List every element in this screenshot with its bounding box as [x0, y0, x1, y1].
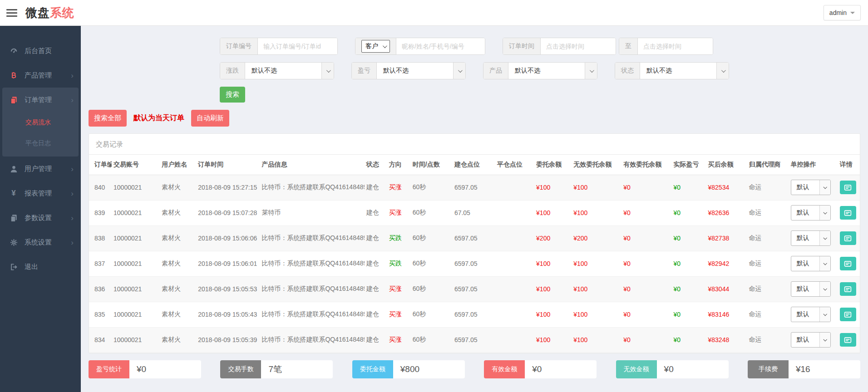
row-control-value: 默认 [791, 333, 819, 347]
cell-text-product: 比特币：系统搭建联系QQ416148489 [261, 336, 364, 343]
chevron-down-icon[interactable] [716, 63, 729, 79]
table-row: 83810000021素材火2018-08-09 15:06:06比特币：系统搭… [89, 225, 860, 251]
sidebar-subitem-2-1[interactable]: 平仓日志 [2, 133, 79, 154]
chevron-down-icon[interactable] [819, 307, 830, 322]
cell-text-balance: ¥83044 [708, 285, 730, 293]
cell-text-agent: 命运 [749, 285, 762, 292]
summary-group-3: 有效金额¥0 [484, 360, 597, 378]
sidebar-item-2[interactable]: 订单管理› [2, 88, 79, 112]
cell-text-agent: 命运 [749, 209, 762, 216]
sidebar-item-5[interactable]: 参数设置› [0, 206, 81, 230]
sidebar-item-4[interactable]: ¥报表管理› [0, 181, 81, 206]
filter-select-value: 默认不选 [640, 63, 716, 79]
cell-text-order_no: 837 [94, 260, 105, 267]
summary-group-5: 手续费¥16 [748, 360, 860, 378]
action-bar: 搜索全部 默认为当天订单 自动刷新 [89, 110, 868, 127]
row-control-select[interactable]: 默认 [791, 281, 831, 297]
cell-account: 10000021 [112, 251, 160, 276]
cell-profit: ¥0 [671, 251, 706, 276]
cell-text-invalid_entrust: ¥100 [573, 336, 587, 343]
chevron-down-icon[interactable] [819, 256, 830, 271]
cell-duration: 60秒 [411, 175, 453, 200]
detail-button[interactable] [840, 282, 856, 296]
summary-group-4: 无效金额¥0 [616, 360, 729, 378]
user-menu[interactable]: admin [824, 5, 861, 20]
search-all-button[interactable]: 搜索全部 [89, 110, 127, 127]
row-control-value: 默认 [791, 180, 819, 195]
detail-icon [844, 209, 852, 217]
cell-direction: 买涨 [387, 327, 411, 353]
order-time-to-input[interactable] [638, 38, 713, 54]
brand-logo: 微盘系统 [25, 5, 74, 21]
filter-select-0[interactable]: 涨跌默认不选 [220, 62, 334, 79]
auto-refresh-button[interactable]: 自动刷新 [191, 110, 229, 127]
row-control-value: 默认 [791, 282, 819, 296]
sidebar-item-3[interactable]: 用户管理› [0, 157, 81, 181]
sidebar-item-6[interactable]: 系统设置› [0, 230, 81, 255]
chevron-down-icon[interactable] [453, 63, 465, 79]
detail-button[interactable] [840, 231, 856, 245]
order-time-from-input[interactable] [541, 38, 616, 54]
cell-text-time: 2018-08-09 15:05:53 [198, 285, 257, 293]
filter-select-label: 涨跌 [220, 63, 245, 79]
detail-icon [844, 311, 852, 318]
cell-product: 比特币：系统搭建联系QQ416148489 [260, 302, 364, 327]
cell-agent: 命运 [747, 251, 789, 276]
chevron-down-icon[interactable] [819, 231, 830, 245]
chevron-down-icon[interactable] [819, 333, 830, 347]
cell-detail [838, 276, 860, 302]
order-time-from-group: 订单时间 [503, 38, 616, 55]
row-control-select[interactable]: 默认 [791, 307, 831, 322]
cell-username: 素材火 [160, 327, 196, 353]
detail-button[interactable] [840, 257, 856, 270]
cell-open_point: 6597.05 [453, 327, 495, 353]
filter-select-1[interactable]: 盈亏默认不选 [351, 62, 466, 79]
cell-text-profit: ¥0 [673, 285, 681, 293]
detail-icon [844, 260, 852, 268]
row-control-select[interactable]: 默认 [791, 180, 831, 195]
row-control-select[interactable]: 默认 [791, 256, 831, 271]
filter-select-2[interactable]: 产品默认不选 [483, 62, 597, 79]
cell-text-agent: 命运 [749, 310, 762, 318]
cell-valid_entrust: ¥0 [621, 251, 671, 276]
sidebar-subitem-2-0[interactable]: 交易流水 [2, 112, 79, 133]
column-header-11: 无效委托余额 [572, 155, 621, 175]
cell-valid_entrust: ¥0 [621, 225, 671, 251]
row-control-select[interactable]: 默认 [791, 230, 831, 246]
row-control-select[interactable]: 默认 [791, 332, 831, 348]
hamburger-menu-icon[interactable] [6, 9, 17, 17]
detail-button[interactable] [840, 333, 856, 347]
detail-button[interactable] [840, 181, 856, 194]
filter-select-3[interactable]: 状态默认不选 [615, 62, 729, 79]
chevron-down-icon[interactable] [819, 206, 830, 220]
sidebar-item-7[interactable]: 退出 [0, 255, 81, 279]
cell-valid_entrust: ¥0 [621, 327, 671, 353]
cell-entrust: ¥100 [534, 302, 572, 327]
cell-text-order_no: 840 [94, 184, 105, 191]
cell-order_no: 840 [89, 175, 112, 200]
row-control-select[interactable]: 默认 [791, 205, 831, 220]
cell-text-entrust: ¥100 [536, 184, 550, 191]
cell-balance: ¥83146 [706, 302, 747, 327]
cell-text-username: 素材火 [162, 336, 181, 343]
chevron-down-icon[interactable] [819, 282, 830, 296]
customer-search-input[interactable] [396, 38, 485, 54]
cell-text-direction: 买涨 [389, 209, 402, 216]
chevron-down-icon[interactable] [585, 63, 597, 79]
detail-button[interactable] [840, 308, 856, 321]
cell-text-account: 10000021 [113, 260, 142, 267]
cell-order_no: 834 [89, 327, 112, 353]
cell-product: 比特币：系统搭建联系QQ416148489 [260, 225, 364, 251]
search-button[interactable]: 搜索 [220, 87, 245, 103]
chevron-down-icon[interactable] [321, 63, 334, 79]
detail-button[interactable] [840, 206, 856, 220]
cell-detail [838, 327, 860, 353]
sidebar-item-1[interactable]: 产品管理› [0, 63, 81, 88]
customer-type-select[interactable]: 客户 [361, 40, 390, 53]
cell-valid_entrust: ¥0 [621, 302, 671, 327]
chevron-down-icon[interactable] [819, 180, 830, 195]
order-no-input[interactable] [258, 38, 337, 54]
sidebar-item-0[interactable]: 后台首页 [0, 39, 81, 63]
cell-text-status: 建仓 [366, 310, 379, 318]
summary-value: ¥16 [789, 360, 860, 378]
